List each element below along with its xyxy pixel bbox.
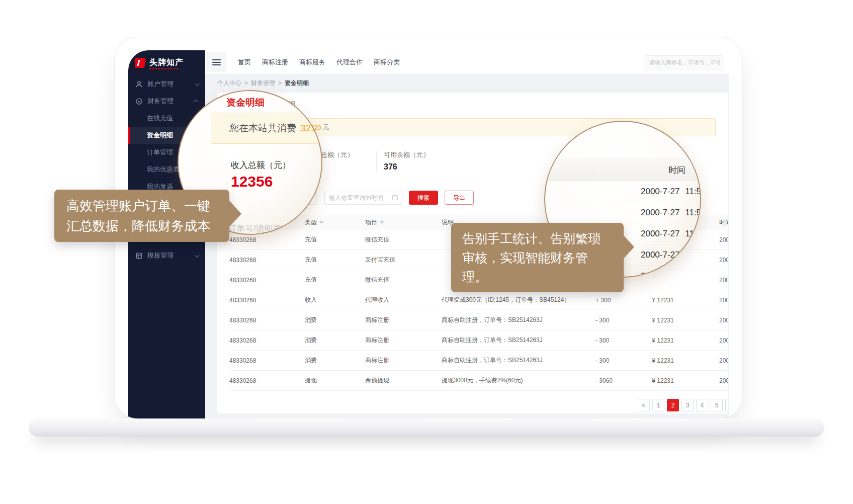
- table-row: 48330268提现余额提现提现3000元，手续费2%(60元)- 3060¥ …: [229, 371, 728, 391]
- callout-left: 高效管理账户订单、一键汇总数据，降低财务成本: [54, 190, 229, 242]
- sort-caret-icon: [380, 221, 384, 224]
- callout-left-text: 高效管理账户订单、一键汇总数据，降低财务成本: [66, 198, 210, 233]
- lens-time-row: 2000-7-27 11:58:03: [545, 202, 700, 223]
- table-row: 48330268消费商标注册商标自助注册，订单号：SB2514263J- 300…: [229, 351, 728, 371]
- next-page-button[interactable]: >: [725, 399, 728, 411]
- breadcrumb-fund-details: 资金明细: [285, 79, 309, 88]
- nav-item-agency[interactable]: 代理合作: [336, 58, 363, 67]
- callout-right-text: 告别手工统计、告别繁琐审核，实现智能财务管理。: [462, 231, 601, 284]
- sidebar-item-finance[interactable]: 财务管理: [128, 93, 205, 110]
- nav-item-trademark-register[interactable]: 商标注册: [262, 58, 288, 67]
- finance-icon: [135, 98, 143, 105]
- stat-balance: 可用余额（元） 376: [377, 150, 430, 179]
- page-button-2[interactable]: 2: [667, 399, 679, 411]
- callout-right: 告别手工统计、告别繁琐审核，实现智能财务管理。: [451, 223, 624, 292]
- page-button-4[interactable]: 4: [696, 399, 708, 411]
- logo-subtitle-mark: [149, 68, 179, 69]
- callout-arrow-icon: [623, 235, 634, 259]
- logo-title: 头牌知产: [149, 58, 184, 67]
- calendar-icon: [392, 195, 398, 200]
- sidebar-item-label: 资金明细: [147, 131, 173, 140]
- page-button-1[interactable]: 1: [652, 399, 664, 411]
- sidebar-item-label: 我的优惠券: [147, 165, 180, 174]
- date-input[interactable]: [324, 191, 402, 205]
- banner-unit: 元: [323, 123, 329, 132]
- date-input-wrap: [324, 191, 402, 205]
- laptop-base: [29, 418, 824, 437]
- table-row: 48330268收入代理收入代理提成300元（ID:1245，订单号：SB451…: [229, 290, 728, 310]
- lens-income-value: 12356: [231, 173, 273, 190]
- chevron-down-icon: [195, 81, 200, 86]
- breadcrumb-personal-center[interactable]: 个人中心: [217, 79, 241, 88]
- lens-tab-label: 资金明细: [226, 96, 265, 109]
- lens-time-row: 2000-7-27 11:58:03: [545, 181, 700, 202]
- col-project[interactable]: 项目: [365, 218, 442, 227]
- lens-income-label: 收入总额（元）: [231, 159, 291, 171]
- prev-page-button[interactable]: <: [638, 399, 650, 411]
- stage: 头牌知产 账户管理: [0, 0, 853, 504]
- user-icon: [135, 80, 143, 88]
- sidebar-item-label: 订单管理: [147, 148, 173, 157]
- nav-item-trademark-service[interactable]: 商标服务: [299, 58, 325, 67]
- export-button[interactable]: 导出: [445, 191, 474, 205]
- callout-arrow-icon: [228, 200, 241, 228]
- breadcrumb: 个人中心 > 财务管理 > 资金明细: [217, 75, 728, 91]
- table-row: 48330268消费商标注册商标自助注册，订单号：SB2514263J- 300…: [229, 330, 728, 351]
- stat-label: 可用余额（元）: [384, 150, 430, 159]
- sidebar-item-account[interactable]: 账户管理: [128, 75, 205, 93]
- top-navbar: 首页 商标注册 商标服务 代理合作 商标分类: [205, 50, 729, 74]
- sort-caret-icon: [319, 221, 323, 224]
- trademark-search-input[interactable]: [645, 55, 724, 69]
- card-tabs: 资金明细 佣金明细: [229, 93, 728, 114]
- breadcrumb-finance[interactable]: 财务管理: [251, 79, 275, 88]
- sidebar-item-label: 模板管理: [147, 251, 174, 260]
- chevron-down-icon: [195, 253, 200, 258]
- nav-item-home[interactable]: 首页: [238, 58, 251, 67]
- chevron-up-icon: [193, 99, 198, 104]
- sidebar-item-label: 在线充值: [147, 114, 173, 123]
- search-button[interactable]: 搜索: [409, 191, 438, 205]
- lens-banner: 您在本站共消费 32124: [211, 113, 322, 144]
- col-type[interactable]: 类型: [305, 218, 365, 227]
- template-icon: [135, 252, 143, 260]
- stat-value: 376: [384, 162, 430, 172]
- hamburger-icon: [212, 58, 221, 67]
- brand-logo: 头牌知产: [128, 50, 205, 75]
- page-button-5[interactable]: 5: [711, 399, 723, 411]
- sidebar-item-label: 财务管理: [147, 97, 174, 106]
- lens-time-header: 时间: [545, 158, 700, 181]
- nav-item-trademark-category[interactable]: 商标分类: [374, 58, 400, 67]
- logo-icon: [135, 58, 146, 68]
- pagination: < 1 2 3 4 5 >: [229, 399, 728, 411]
- sidebar-item-templates[interactable]: 模板管理: [128, 247, 205, 264]
- table-row: 48330268消费商标注册商标自助注册，订单号：SB2514263J- 300…: [229, 310, 728, 330]
- menu-toggle-button[interactable]: [206, 52, 226, 72]
- sidebar-item-label: 账户管理: [147, 79, 174, 89]
- page-button-3[interactable]: 3: [681, 399, 694, 411]
